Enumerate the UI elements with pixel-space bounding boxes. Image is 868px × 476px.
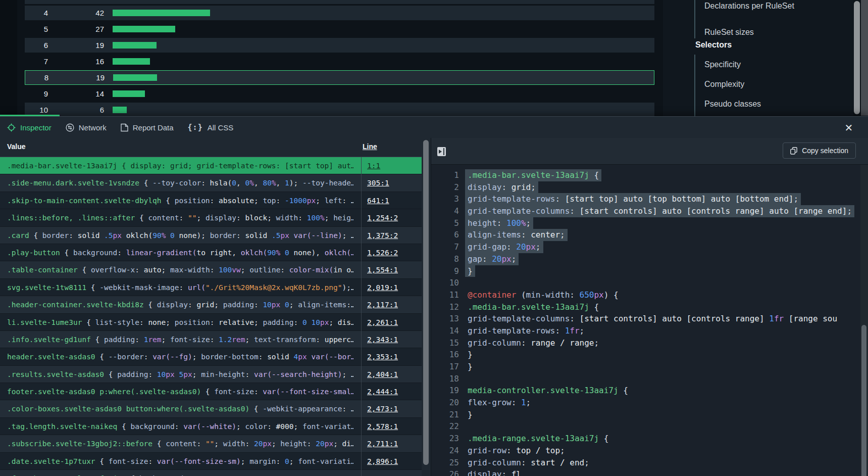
menu-accent-line — [694, 0, 695, 38]
css-rules-table: Value Line .media-bar.svelte-13aai7j { d… — [0, 138, 422, 476]
menu-item[interactable]: Complexity — [704, 80, 744, 89]
table-scrollbar-thumb[interactable] — [423, 140, 429, 465]
chart-bar — [113, 10, 210, 16]
chart-row[interactable]: 819 — [25, 70, 654, 85]
table-row[interactable]: li.svelte-1ume3ur { list-style: none; po… — [0, 314, 422, 331]
code-line-text: .media-bar.svelte-13aai7j { — [468, 301, 599, 313]
tab-all-css[interactable]: {:}All CSS — [188, 123, 234, 132]
tab-label: All CSS — [208, 123, 234, 132]
panel-toggle-icon[interactable] — [437, 147, 446, 156]
close-icon[interactable]: ✕ — [844, 123, 854, 133]
table-row[interactable]: .play-button { background: linear-gradie… — [0, 244, 422, 261]
table-row[interactable]: .tag.length.svelte-naikeq { background: … — [0, 418, 422, 435]
line-link[interactable]: 2,711:1 — [367, 440, 398, 448]
chart-row[interactable]: 716 — [25, 54, 654, 69]
table-row[interactable]: .lines::before, .lines::after { content:… — [0, 209, 422, 226]
line-link[interactable]: 2,117:1 — [367, 301, 398, 309]
table-row[interactable]: .fact-button.svelte-1fwxj7z { background… — [0, 470, 422, 476]
chart-row[interactable]: 914 — [25, 86, 654, 101]
table-row[interactable]: .media-bar.svelte-13aai7j { display: gri… — [0, 157, 422, 174]
rule-value-cell: .play-button { background: linear-gradie… — [7, 244, 353, 261]
report-side-menu: Declarations per RuleSetRuleSet sizesSel… — [663, 0, 853, 116]
page-scrollbar-track — [861, 0, 868, 116]
table-row[interactable]: header.svelte-asdas0 { --border: var(--f… — [0, 348, 422, 365]
table-row[interactable]: .header-container.svelte-kbdi8z { displa… — [0, 296, 422, 313]
rule-value-cell: .color-boxes.svelte-asdas0 button:where(… — [7, 400, 353, 417]
declarations-bar-chart: 442527619716819914106 — [25, 0, 654, 116]
menu-item[interactable]: RuleSet sizes — [704, 28, 754, 37]
table-row[interactable]: .date.svelte-1p7tuxr { font-size: var(--… — [0, 453, 422, 470]
inspector-panel: InspectorNetworkReport Data{:}All CSS ✕ … — [0, 116, 868, 476]
menu-item[interactable]: Specificity — [704, 60, 741, 69]
page-left-gutter — [0, 0, 17, 116]
line-link[interactable]: 1,375:2 — [367, 231, 398, 240]
code-line-text: align-items: center; — [465, 229, 568, 241]
code-line: 6 align-items: center; — [431, 229, 868, 241]
table-row[interactable]: .skip-to-main-content.svelte-dbylqh { po… — [0, 192, 422, 209]
line-link[interactable]: 2,261:1 — [367, 318, 398, 326]
rule-value-cell: li.svelte-1ume3ur { list-style: none; po… — [7, 314, 353, 331]
rule-line-cell: 1,554:1 — [361, 261, 422, 278]
chart-category-label: 9 — [25, 89, 48, 98]
line-link[interactable]: 1,526:2 — [367, 249, 398, 257]
line-number: 2 — [431, 181, 459, 194]
line-number: 6 — [431, 229, 459, 241]
table-row[interactable]: svg.svelte-1tw8111 { -webkit-mask-image:… — [0, 279, 422, 296]
rule-line-cell: 2,473:1 — [361, 400, 422, 417]
line-link[interactable]: 305:1 — [367, 179, 389, 187]
chart-value-label: 42 — [48, 9, 104, 17]
code-line: 26 display: fl — [431, 468, 868, 476]
tab-inspector[interactable]: Inspector — [7, 123, 52, 132]
code-line: 2 display: grid; — [431, 181, 868, 194]
tab-network[interactable]: Network — [66, 123, 107, 132]
chart-category-label: 8 — [25, 73, 48, 82]
code-scrollbar-thumb[interactable] — [861, 325, 866, 476]
chart-bar — [113, 90, 145, 97]
menu-item[interactable]: Declarations per RuleSet — [704, 2, 794, 11]
table-row[interactable]: .side-menu.dark.svelte-1vsndze { --toy-c… — [0, 174, 422, 192]
code-line-text: grid-template-rows: 1fr; — [468, 325, 584, 337]
line-link[interactable]: 2,473:1 — [367, 405, 398, 413]
rule-line-cell: 2,117:1 — [361, 296, 422, 313]
line-link[interactable]: 1,254:2 — [367, 214, 398, 222]
line-number: 13 — [431, 313, 459, 325]
line-link[interactable]: 2,578:1 — [367, 422, 398, 431]
line-link[interactable]: 2,353:1 — [367, 353, 398, 361]
chart-row[interactable]: 527 — [25, 22, 654, 36]
code-line-text: } — [468, 349, 473, 361]
chart-category-label: 6 — [25, 41, 48, 50]
line-link[interactable]: 2,444:1 — [367, 388, 398, 396]
rule-value-cell: .skip-to-main-content.svelte-dbylqh { po… — [7, 192, 353, 209]
table-row[interactable]: .color-boxes.svelte-asdas0 button:where(… — [0, 400, 422, 417]
inspector-tab-bar: InspectorNetworkReport Data{:}All CSS — [0, 117, 868, 138]
code-line-text: grid-column: range / range; — [468, 337, 599, 349]
code-editor: 1.media-bar.svelte-13aai7j {2 display: g… — [431, 165, 868, 476]
copy-selection-button[interactable]: Copy selection — [783, 142, 856, 159]
code-line-text: grid-gap: 20px; — [465, 241, 543, 253]
line-link[interactable]: 2,896:1 — [367, 457, 398, 465]
line-link[interactable]: 641:1 — [367, 197, 389, 205]
line-link[interactable]: 2,404:1 — [367, 370, 398, 378]
tab-label: Inspector — [20, 123, 52, 132]
table-row[interactable]: .results.svelte-asdas0 { padding: 10px 5… — [0, 366, 422, 383]
tab-report-data[interactable]: Report Data — [121, 123, 174, 132]
line-number: 21 — [431, 409, 459, 421]
menu-item[interactable]: Pseudo classes — [704, 100, 761, 109]
line-number: 25 — [431, 457, 459, 469]
table-row[interactable]: .subscribe.svelte-13gboj2::before { cont… — [0, 435, 422, 452]
line-link[interactable]: 2,019:1 — [367, 283, 398, 292]
chart-row[interactable]: 619 — [25, 38, 654, 53]
code-line-text: } — [468, 409, 473, 421]
chart-row[interactable]: 442 — [25, 6, 654, 20]
chart-row[interactable]: 106 — [25, 103, 654, 117]
line-link[interactable]: 1,554:1 — [367, 266, 398, 274]
page-scrollbar-thumb[interactable] — [854, 1, 860, 114]
table-row[interactable]: footer.svelte-asdas0 p:where(.svelte-asd… — [0, 383, 422, 400]
table-row[interactable]: .card { border: solid .5px oklch(90% 0 n… — [0, 227, 422, 244]
table-row[interactable]: .info.svelte-gd1unf { padding: 1rem; fon… — [0, 331, 422, 348]
line-link[interactable]: 2,343:1 — [367, 336, 398, 344]
code-line: 5 height: 100%; — [431, 217, 868, 229]
column-header-line[interactable]: Line — [363, 142, 377, 151]
line-link[interactable]: 1:1 — [367, 162, 380, 170]
table-row[interactable]: .table-container { overflow-x: auto; max… — [0, 261, 422, 278]
